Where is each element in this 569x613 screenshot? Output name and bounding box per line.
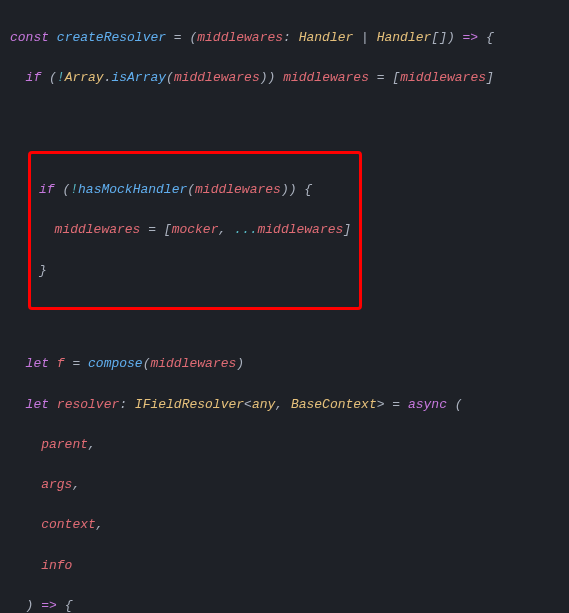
- code-box-line-1: if (!hasMockHandler(middlewares)) {: [39, 180, 351, 200]
- code-line-11: ) => {: [10, 596, 559, 613]
- empty-line: [10, 109, 559, 129]
- code-line-7: parent,: [10, 435, 559, 455]
- code-line-6: let resolver: IFieldResolver<any, BaseCo…: [10, 395, 559, 415]
- code-line-9: context,: [10, 515, 559, 535]
- code-line-8: args,: [10, 475, 559, 495]
- highlighted-code-box: if (!hasMockHandler(middlewares)) { midd…: [28, 151, 362, 310]
- empty-line: [10, 314, 559, 334]
- code-line-2: if (!Array.isArray(middlewares)) middlew…: [10, 68, 559, 88]
- code-line-5: let f = compose(middlewares): [10, 354, 559, 374]
- code-line-10: info: [10, 556, 559, 576]
- code-line-1: const createResolver = (middlewares: Han…: [10, 28, 559, 48]
- code-block: const createResolver = (middlewares: Han…: [10, 8, 559, 613]
- code-box-line-3: }: [39, 261, 351, 281]
- code-box-line-2: middlewares = [mocker, ...middlewares]: [39, 220, 351, 240]
